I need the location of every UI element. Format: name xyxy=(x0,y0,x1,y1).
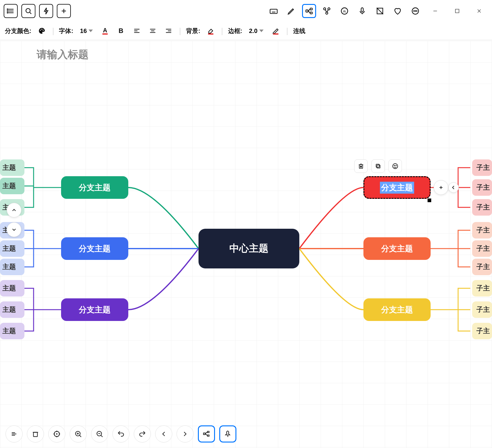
svg-point-6 xyxy=(26,9,30,13)
mindmap-icon[interactable] xyxy=(302,4,316,18)
branch-node-purple[interactable]: 分支主题 xyxy=(61,298,128,321)
bold-icon[interactable]: B xyxy=(115,25,126,36)
ai-icon[interactable]: Ai xyxy=(337,4,352,18)
svg-text:Ai: Ai xyxy=(343,9,346,13)
bg-color-icon[interactable] xyxy=(205,25,216,36)
align-center-icon[interactable] xyxy=(147,25,158,36)
pin-icon[interactable] xyxy=(219,425,236,443)
svg-point-35 xyxy=(417,11,417,11)
sub-node[interactable]: 子主 xyxy=(472,280,492,297)
scroll-down-button[interactable] xyxy=(7,222,21,237)
font-size-dropdown[interactable]: 16 xyxy=(78,26,95,36)
trash-icon[interactable] xyxy=(27,425,44,443)
svg-point-23 xyxy=(326,12,328,14)
more-icon[interactable] xyxy=(408,4,422,18)
svg-rect-58 xyxy=(273,34,278,35)
font-color-icon[interactable]: A xyxy=(100,25,111,36)
undo-icon[interactable] xyxy=(112,425,129,443)
branch-node-yellow[interactable]: 分支主题 xyxy=(363,298,431,321)
resize-handle[interactable] xyxy=(428,199,431,202)
border-width-dropdown[interactable]: 2.0 xyxy=(247,26,265,36)
svg-point-67 xyxy=(396,165,396,166)
border-color-icon[interactable] xyxy=(270,25,281,36)
pen-icon[interactable] xyxy=(284,4,298,18)
svg-rect-17 xyxy=(310,8,312,10)
branch-node-blue[interactable]: 分支主题 xyxy=(61,237,128,260)
svg-point-5 xyxy=(7,13,8,13)
border-label: 边框: xyxy=(228,27,242,35)
center-icon[interactable] xyxy=(48,425,65,443)
flash-icon[interactable] xyxy=(39,4,53,18)
sub-node[interactable]: 主题 xyxy=(0,301,24,318)
next-icon[interactable] xyxy=(177,425,194,443)
delete-icon[interactable] xyxy=(354,159,368,173)
sub-node[interactable]: 主题 xyxy=(0,259,24,275)
prev-icon[interactable] xyxy=(155,425,172,443)
svg-rect-90 xyxy=(207,435,209,436)
svg-point-3 xyxy=(7,9,8,9)
minimize-icon[interactable] xyxy=(426,4,444,18)
collapse-button[interactable] xyxy=(448,182,459,193)
plus-icon[interactable] xyxy=(57,4,71,18)
svg-line-7 xyxy=(30,13,31,14)
sub-node[interactable]: 主题 xyxy=(0,159,24,176)
svg-rect-28 xyxy=(361,8,363,12)
palette-icon[interactable] xyxy=(36,25,47,36)
svg-line-91 xyxy=(205,432,208,434)
add-child-button[interactable] xyxy=(434,180,448,195)
branch-node-red[interactable]: 分支主题 xyxy=(363,176,431,199)
svg-rect-64 xyxy=(376,164,379,167)
grid-off-icon[interactable] xyxy=(373,4,387,18)
sub-node[interactable]: 子主 xyxy=(472,240,492,257)
mic-icon[interactable] xyxy=(355,4,369,18)
sub-node[interactable]: 主题 xyxy=(0,323,24,339)
svg-point-80 xyxy=(56,434,57,434)
svg-text:B: B xyxy=(119,27,124,35)
close-icon[interactable] xyxy=(470,4,488,18)
sub-node[interactable]: 主题 xyxy=(0,240,24,257)
align-right-icon[interactable] xyxy=(163,25,174,36)
bg-label: 背景: xyxy=(186,27,200,35)
sub-node[interactable]: 子主 xyxy=(472,179,492,196)
search-icon[interactable] xyxy=(21,4,35,18)
svg-line-25 xyxy=(327,9,328,12)
layout-mindmap-icon[interactable] xyxy=(198,425,215,443)
flowchart-icon[interactable] xyxy=(320,4,334,18)
zoom-out-icon[interactable] xyxy=(91,425,108,443)
keyboard-icon[interactable] xyxy=(267,4,281,18)
emoji-icon[interactable] xyxy=(388,159,402,173)
node-context-bar xyxy=(354,159,402,173)
sub-node[interactable]: 子主 xyxy=(472,259,492,275)
heart-icon[interactable] xyxy=(391,4,405,18)
svg-point-41 xyxy=(41,29,42,30)
branch-node-green[interactable]: 分支主题 xyxy=(61,176,128,199)
svg-point-4 xyxy=(7,11,8,11)
align-left-icon[interactable] xyxy=(131,25,142,36)
copy-icon[interactable] xyxy=(371,159,385,173)
svg-marker-43 xyxy=(89,30,93,32)
sub-node[interactable]: 主题 xyxy=(0,178,24,194)
sub-node[interactable]: 子主 xyxy=(472,199,492,216)
branch-node-orange[interactable]: 分支主题 xyxy=(363,237,431,260)
svg-rect-10 xyxy=(270,9,277,13)
svg-rect-18 xyxy=(310,12,312,14)
menu-icon[interactable] xyxy=(5,425,23,443)
sub-node[interactable]: 子主 xyxy=(472,222,492,239)
title-input[interactable]: 请输入标题 xyxy=(37,48,89,62)
sub-node[interactable]: 子主 xyxy=(472,301,492,318)
svg-rect-45 xyxy=(103,34,108,35)
maximize-icon[interactable] xyxy=(448,4,466,18)
canvas[interactable]: 请输入标题 中心主题 分支主题 分支主题 分支主题 分支主题 分支主题 分支主题… xyxy=(0,41,492,448)
svg-rect-89 xyxy=(207,431,209,432)
redo-icon[interactable] xyxy=(134,425,151,443)
svg-text:A: A xyxy=(103,27,107,34)
sub-node[interactable]: 子主 xyxy=(472,323,492,339)
svg-rect-16 xyxy=(306,10,308,12)
center-node[interactable]: 中心主题 xyxy=(199,229,299,268)
main-toolbar: Ai xyxy=(0,0,492,22)
sub-node[interactable]: 子主 xyxy=(472,159,492,176)
list-icon[interactable] xyxy=(4,4,18,18)
sub-node[interactable]: 主题 xyxy=(0,280,24,297)
scroll-up-button[interactable] xyxy=(7,203,21,217)
zoom-in-icon[interactable] xyxy=(70,425,87,443)
